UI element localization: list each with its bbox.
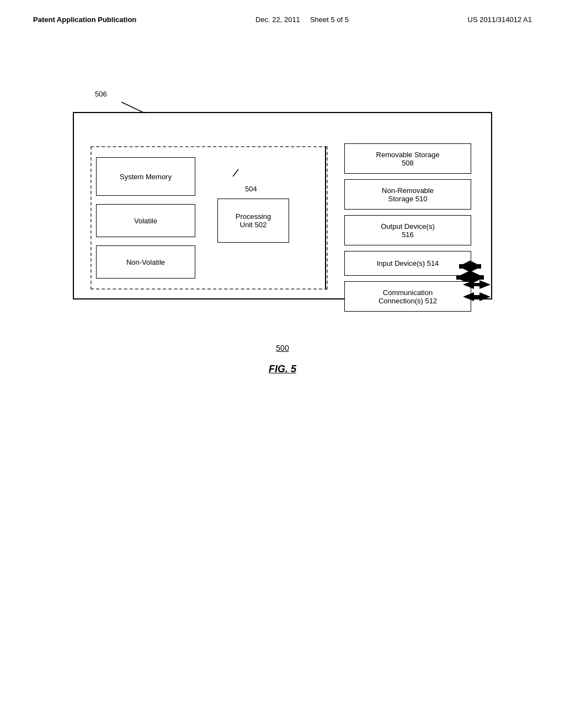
processing-unit-label: ProcessingUnit 502 — [236, 212, 271, 229]
processing-unit-box: ProcessingUnit 502 — [217, 199, 289, 243]
output-devices-box: Output Device(s)516 — [344, 215, 471, 245]
communication-label: CommunicationConnection(s) 512 — [379, 288, 437, 305]
comm-arrows-svg — [463, 280, 496, 313]
figure-labels: 500 FIG. 5 — [62, 344, 503, 375]
removable-storage-box: Removable Storage508 — [344, 143, 471, 174]
outer-computer-box: System Memory Volatile Non-Volatile 504 … — [73, 112, 492, 299]
volatile-label: Volatile — [134, 217, 157, 225]
system-memory-label: System Memory — [120, 173, 172, 181]
non-volatile-box: Non-Volatile — [96, 245, 195, 279]
input-devices-box: Input Device(s) 514 — [344, 251, 471, 276]
label-500: 500 — [276, 344, 289, 352]
header-patent-number: US 2011/314012 A1 — [468, 15, 532, 24]
input-devices-label: Input Device(s) 514 — [377, 259, 439, 267]
diagram-area: 506 System Memory Volatile Non-Volatile … — [62, 90, 503, 311]
svg-line-0 — [121, 102, 145, 113]
header-date-sheet: Dec. 22, 2011 Sheet 5 of 5 — [255, 15, 349, 24]
non-volatile-label: Non-Volatile — [126, 258, 165, 266]
header-publication-label: Patent Application Publication — [33, 15, 136, 24]
header-date: Dec. 22, 2011 — [255, 15, 300, 24]
svg-marker-11 — [463, 292, 474, 301]
svg-rect-10 — [474, 283, 479, 286]
volatile-box: Volatile — [96, 204, 195, 237]
header-sheet: Sheet 5 of 5 — [310, 15, 349, 24]
page-header: Patent Application Publication Dec. 22, … — [0, 0, 565, 24]
output-devices-label: Output Device(s)516 — [381, 222, 435, 239]
removable-storage-label: Removable Storage508 — [376, 151, 440, 167]
non-removable-storage-label: Non-RemovableStorage 510 — [382, 186, 434, 203]
communication-box: CommunicationConnection(s) 512 — [344, 281, 471, 312]
system-memory-box: System Memory — [96, 157, 195, 196]
svg-marker-8 — [463, 280, 474, 289]
non-removable-storage-box: Non-RemovableStorage 510 — [344, 179, 471, 210]
svg-rect-13 — [474, 295, 479, 298]
label-506: 506 — [95, 90, 107, 98]
svg-marker-9 — [479, 280, 491, 289]
vertical-divider — [325, 146, 326, 290]
svg-marker-12 — [479, 292, 491, 301]
label-504: 504 — [245, 185, 257, 193]
fig-label: FIG. 5 — [269, 363, 296, 375]
